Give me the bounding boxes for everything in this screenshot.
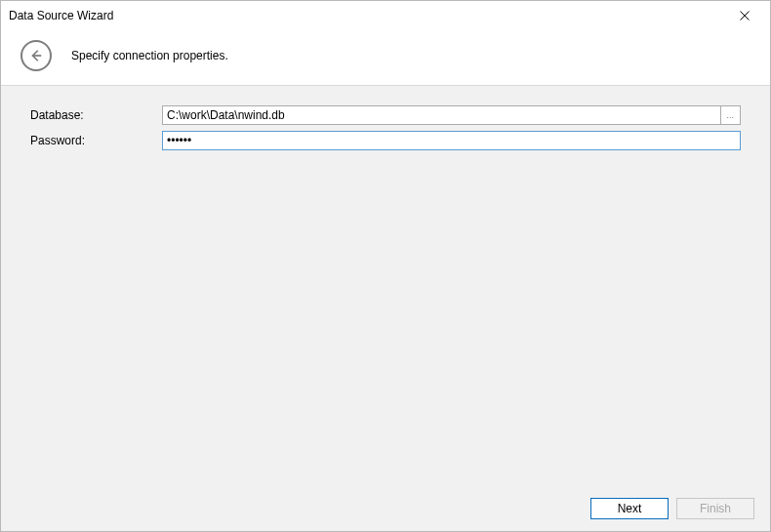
password-input[interactable]: [162, 131, 741, 150]
back-button[interactable]: [20, 40, 52, 71]
arrow-left-icon: [29, 49, 43, 62]
database-label: Database:: [30, 108, 162, 122]
close-icon: [740, 11, 750, 20]
titlebar-title: Data Source Wizard: [9, 9, 725, 22]
header-instruction: Specify connection properties.: [71, 49, 228, 62]
password-row: Password:: [30, 131, 741, 150]
finish-button: Finish: [676, 498, 754, 519]
ellipsis-icon: …: [726, 111, 735, 120]
header-area: Specify connection properties.: [1, 30, 770, 86]
next-button[interactable]: Next: [590, 498, 669, 519]
footer-area: Next Finish: [1, 486, 770, 531]
titlebar: Data Source Wizard: [1, 1, 770, 30]
database-field-wrap: …: [162, 105, 741, 125]
database-row: Database: …: [30, 105, 741, 125]
password-field-wrap: [162, 131, 741, 150]
browse-button[interactable]: …: [721, 105, 741, 125]
database-input[interactable]: [162, 105, 721, 125]
dialog-window: Data Source Wizard Specify connection pr…: [0, 0, 771, 532]
password-label: Password:: [30, 134, 162, 147]
body-area: Database: … Password:: [1, 86, 770, 486]
close-button[interactable]: [725, 3, 764, 28]
